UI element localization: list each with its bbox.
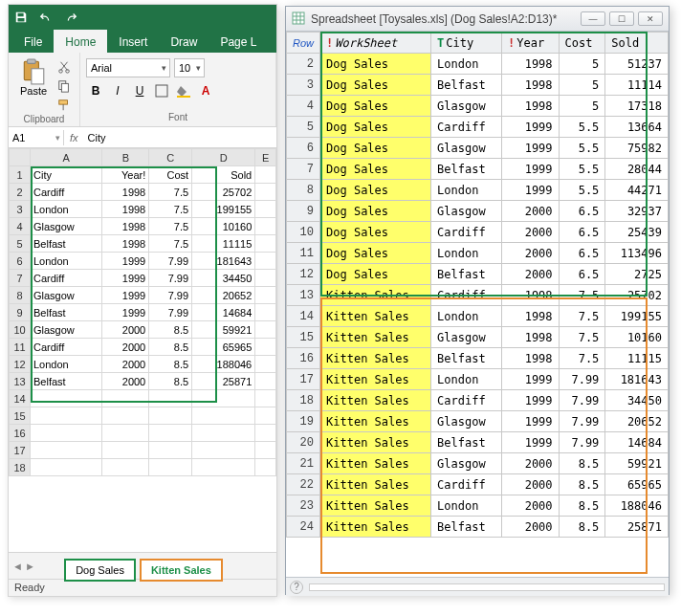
cell[interactable]: 7.99	[149, 270, 192, 287]
col-row[interactable]: Row	[287, 33, 320, 54]
cell[interactable]: 8.5	[149, 356, 192, 373]
cell[interactable]	[31, 425, 102, 442]
col-sold[interactable]: Sold	[605, 33, 669, 54]
redo-icon[interactable]	[62, 9, 79, 26]
cell[interactable]: Cardiff	[31, 184, 102, 201]
cell[interactable]: 1998	[102, 218, 149, 235]
cell[interactable]: 1998	[102, 235, 149, 253]
cell[interactable]	[149, 459, 192, 476]
cell[interactable]	[255, 425, 276, 442]
table-row[interactable]: 7Dog SalesBelfast19995.528044	[287, 159, 669, 180]
table-row[interactable]: 17Kitten SalesLondon19997.99181643	[287, 369, 669, 390]
table-row[interactable]: 2Dog SalesLondon1998551237	[287, 54, 669, 75]
font-size-select[interactable]: 10	[174, 58, 205, 77]
cell[interactable]: 7.5	[149, 218, 192, 235]
cell[interactable]	[255, 287, 276, 304]
table-row[interactable]: 14Kitten SalesLondon19987.5199155	[287, 306, 669, 327]
col-year[interactable]: !Year	[502, 33, 560, 54]
cell[interactable]	[102, 390, 149, 407]
cell[interactable]	[255, 270, 276, 287]
cell[interactable]: 7.99	[149, 287, 192, 304]
cell[interactable]: Belfast	[31, 235, 102, 253]
row-header[interactable]: 8	[10, 287, 31, 304]
table-row[interactable]: 23Kitten SalesLondon20008.5188046	[287, 495, 669, 517]
cell[interactable]: Glasgow	[31, 287, 102, 304]
cell[interactable]	[255, 201, 276, 218]
format-painter-icon[interactable]	[55, 97, 74, 114]
row-header[interactable]: 15	[10, 407, 31, 425]
underline-button[interactable]: U	[130, 81, 149, 100]
table-row[interactable]: 19Kitten SalesGlasgow19997.9920652	[287, 411, 669, 432]
cell[interactable]	[255, 407, 276, 425]
cell[interactable]: 181643	[192, 253, 255, 270]
table-row[interactable]: 21Kitten SalesGlasgow20008.559921	[287, 453, 669, 474]
cell[interactable]: 7.5	[149, 235, 192, 253]
cell[interactable]	[192, 442, 255, 459]
table-row[interactable]: 16Kitten SalesBelfast19987.511115	[287, 348, 669, 369]
table-row[interactable]: 11Dog SalesLondon20006.5113496	[287, 243, 669, 264]
cell[interactable]	[149, 407, 192, 425]
column-header[interactable]: C	[149, 149, 192, 166]
cell[interactable]	[255, 356, 276, 373]
sheet-tab-kitten-sales[interactable]: Kitten Sales	[140, 559, 223, 582]
row-header[interactable]: 10	[10, 321, 31, 339]
column-header[interactable]: B	[102, 149, 149, 166]
row-header[interactable]: 9	[10, 304, 31, 321]
table-row[interactable]: 13Kitten SalesCardiff19987.525702	[287, 285, 669, 306]
cell[interactable]: 11115	[192, 235, 255, 253]
table-row[interactable]: 20Kitten SalesBelfast19997.9914684	[287, 432, 669, 453]
cell[interactable]: 25871	[192, 373, 255, 390]
cell[interactable]: 7.5	[149, 201, 192, 218]
cell[interactable]	[255, 373, 276, 390]
row-header[interactable]: 3	[10, 201, 31, 218]
cell[interactable]	[102, 442, 149, 459]
table-row[interactable]: 9Dog SalesGlasgow20006.532937	[287, 201, 669, 222]
cell[interactable]	[255, 184, 276, 201]
cell[interactable]: 1999	[102, 270, 149, 287]
cell[interactable]: 59921	[192, 321, 255, 339]
cell[interactable]: 188046	[192, 356, 255, 373]
cell[interactable]	[255, 253, 276, 270]
table-row[interactable]: 8Dog SalesLondon19995.544271	[287, 180, 669, 201]
cell[interactable]	[102, 407, 149, 425]
cell[interactable]	[255, 442, 276, 459]
cell[interactable]: 2000	[102, 356, 149, 373]
cell[interactable]: Sold	[192, 166, 255, 184]
tab-draw[interactable]: Draw	[159, 30, 209, 53]
cell[interactable]: 65965	[192, 339, 255, 356]
cell[interactable]: Glasgow	[31, 321, 102, 339]
col-cost[interactable]: Cost	[559, 33, 605, 54]
row-header[interactable]: 12	[10, 356, 31, 373]
cell[interactable]	[31, 442, 102, 459]
cell[interactable]: 199155	[192, 201, 255, 218]
cell[interactable]	[255, 235, 276, 253]
cell[interactable]: City	[31, 166, 102, 184]
cell[interactable]: 8.5	[149, 339, 192, 356]
cell[interactable]	[31, 407, 102, 425]
row-header[interactable]: 13	[10, 373, 31, 390]
tab-page-layout[interactable]: Page L	[209, 30, 268, 53]
row-header[interactable]: 18	[10, 459, 31, 476]
cell[interactable]: London	[31, 253, 102, 270]
cell[interactable]	[192, 459, 255, 476]
cell[interactable]: Cardiff	[31, 270, 102, 287]
cell[interactable]: Cost	[149, 166, 192, 184]
cell[interactable]	[149, 425, 192, 442]
row-header[interactable]: 4	[10, 218, 31, 235]
copy-icon[interactable]	[55, 77, 74, 95]
font-color-button[interactable]: A	[196, 81, 215, 100]
cell[interactable]	[192, 407, 255, 425]
column-header[interactable]: D	[192, 149, 255, 166]
cell[interactable]	[192, 390, 255, 407]
cell[interactable]: 1998	[102, 184, 149, 201]
cell[interactable]	[149, 442, 192, 459]
fx-icon[interactable]: fx	[64, 132, 84, 143]
cut-icon[interactable]	[55, 58, 74, 76]
border-button[interactable]	[152, 81, 171, 100]
row-header[interactable]: 7	[10, 270, 31, 287]
cell[interactable]	[255, 304, 276, 321]
cell[interactable]: 2000	[102, 321, 149, 339]
table-row[interactable]: 12Dog SalesBelfast20006.52725	[287, 264, 669, 285]
cell[interactable]: 2000	[102, 373, 149, 390]
cell[interactable]: Cardiff	[31, 339, 102, 356]
